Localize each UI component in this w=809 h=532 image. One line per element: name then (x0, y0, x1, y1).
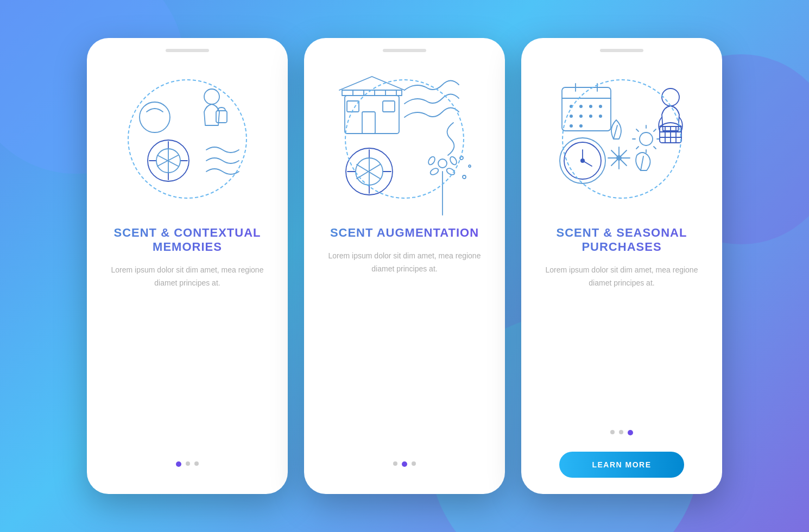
phone-2-illustration (328, 63, 481, 215)
dot-1-2 (186, 461, 190, 466)
learn-more-button[interactable]: LEARN MORE (559, 452, 684, 478)
dot-2-3 (412, 461, 416, 466)
phone-1-body: Lorem ipsum dolor sit dim amet, mea regi… (87, 264, 288, 290)
dot-1-3 (194, 461, 199, 466)
phone-1: SCENT & CONTEXTUAL MEMORIES Lorem ipsum … (87, 38, 288, 494)
dot-2-2 (402, 461, 407, 467)
svg-point-30 (463, 175, 466, 179)
phone-1-title: SCENT & CONTEXTUAL MEMORIES (87, 226, 288, 254)
svg-point-31 (469, 165, 471, 167)
phone-1-dashed-circle (128, 79, 247, 199)
phone-3-dots (610, 430, 633, 435)
dot-1-1 (176, 461, 181, 467)
phone-2-body: Lorem ipsum dolor sit dim amet, mea regi… (304, 250, 505, 276)
phone-3-body: Lorem ipsum dolor sit dim amet, mea regi… (521, 264, 722, 290)
phone-2-dots (393, 461, 416, 467)
phone-2-dashed-circle (345, 79, 464, 199)
phone-3-notch (600, 49, 643, 52)
dot-2-1 (393, 461, 397, 466)
phone-3-title: SCENT & SEASONAL PURCHASES (521, 226, 722, 254)
dot-3-2 (619, 430, 623, 434)
phone-3-illustration (546, 63, 698, 215)
phone-2: SCENT AUGMENTATION Lorem ipsum dolor sit… (304, 38, 505, 494)
phone-1-illustration (111, 63, 263, 215)
phones-container: SCENT & CONTEXTUAL MEMORIES Lorem ipsum … (87, 38, 722, 494)
dot-3-1 (610, 430, 615, 434)
dot-3-3 (628, 430, 633, 435)
phone-3-dashed-circle (562, 79, 681, 199)
phone-2-notch (383, 49, 426, 52)
phone-2-title: SCENT AUGMENTATION (314, 226, 495, 240)
phone-1-notch (166, 49, 209, 52)
phone-3: SCENT & SEASONAL PURCHASES Lorem ipsum d… (521, 38, 722, 494)
phone-1-dots (176, 461, 199, 467)
